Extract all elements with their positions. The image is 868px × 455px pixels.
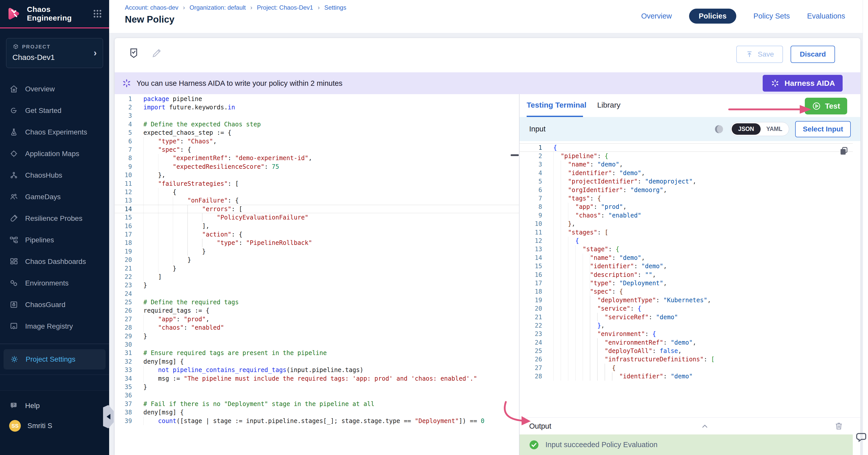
code-line-3[interactable]: 3 (115, 112, 519, 120)
code-line-7[interactable]: 7"spec": { (115, 145, 519, 154)
policy-code-editor[interactable]: 1package pipeline2import future.keywords… (115, 94, 519, 455)
code-line-5[interactable]: 5"projectIdentifier": "demoproject", (520, 177, 853, 186)
breadcrumb-link[interactable]: Account: chaos-dev (125, 4, 179, 11)
sidebar-item-pipelines[interactable]: Pipelines (0, 229, 109, 251)
code-line-2[interactable]: 2import future.keywords.in (115, 103, 519, 111)
code-line-11[interactable]: 11"failureStrategies": [ (115, 180, 519, 188)
code-line-20[interactable]: 20} (115, 256, 519, 264)
feedback-chat-icon[interactable] (854, 431, 867, 444)
test-button[interactable]: Test (805, 98, 847, 115)
format-option-yaml[interactable]: YAML (761, 123, 788, 135)
code-line-38[interactable]: 38deny[msg] { (115, 408, 519, 416)
project-selector[interactable]: PROJECT Chaos-Dev1 › (6, 38, 103, 68)
select-input-button[interactable]: Select Input (795, 121, 851, 137)
save-button[interactable]: Save (736, 46, 783, 63)
trash-icon[interactable] (834, 421, 844, 431)
code-line-24[interactable]: 24"environmentRef": "demo", (520, 338, 853, 347)
code-line-1[interactable]: 1package pipeline (115, 95, 519, 103)
user-menu[interactable]: SS Smriti S (0, 415, 109, 437)
code-line-25[interactable]: 25# Define the required tags (115, 298, 519, 306)
input-json-editor[interactable]: 1{2"pipeline": {3"name": "demo",4"identi… (520, 141, 853, 420)
code-line-17[interactable]: 17"type": "Deployment", (520, 279, 853, 287)
breadcrumb-link[interactable]: Project: Chaos-Dev1 (257, 4, 313, 11)
code-line-14[interactable]: 14"errors": [ (115, 205, 519, 213)
code-line-30[interactable]: 30 (115, 340, 519, 349)
code-line-39[interactable]: 39count([stage | stage := input.pipeline… (115, 417, 519, 425)
code-line-9[interactable]: 9"expectedResilienceScore": 75 (115, 162, 519, 171)
code-line-4[interactable]: 4"identifier": "demo", (520, 169, 853, 177)
chevron-up-icon[interactable] (700, 422, 709, 431)
code-line-16[interactable]: 16"description": "", (520, 270, 853, 279)
code-line-1[interactable]: 1{ (520, 143, 853, 152)
code-line-37[interactable]: 37# Fail if there is no "Deployment" sta… (115, 400, 519, 408)
code-line-22[interactable]: 22] (115, 272, 519, 281)
breadcrumb-link[interactable]: Organization: default (190, 4, 246, 11)
code-line-4[interactable]: 4# Define the expected Chaos step (115, 120, 519, 128)
discard-button[interactable]: Discard (790, 46, 835, 63)
apps-grid-icon[interactable] (92, 9, 102, 19)
top-nav-policies[interactable]: Policies (689, 9, 736, 24)
code-line-25[interactable]: 25"deployToAll": false, (520, 347, 853, 355)
help-button[interactable]: ? Help (0, 397, 109, 415)
code-line-26[interactable]: 26"infrastructureDefinitions": [ (520, 355, 853, 364)
code-line-26[interactable]: 26required_tags := { (115, 306, 519, 315)
code-line-7[interactable]: 7"tags": { (520, 194, 853, 202)
sidebar-item-resilience-probes[interactable]: Resilience Probes (0, 207, 109, 229)
code-line-33[interactable]: 33not pipeline_contains_required_tags(in… (115, 366, 519, 374)
edit-pencil-icon[interactable] (151, 47, 162, 59)
code-line-6[interactable]: 6"type": "Chaos", (115, 137, 519, 145)
code-line-28[interactable]: 28"identifier": "demo" (520, 372, 853, 381)
code-line-11[interactable]: 11"stages": [ (520, 228, 853, 236)
sidebar-item-chaoshubs[interactable]: ChaosHubs (0, 164, 109, 186)
code-line-32[interactable]: 32deny[msg] { (115, 357, 519, 366)
code-line-19[interactable]: 19} (115, 247, 519, 256)
code-line-15[interactable]: 15"PolicyEvaluationFailure" (115, 213, 519, 222)
policy-check-icon[interactable] (128, 47, 140, 59)
sidebar-item-get-started[interactable]: Get Started (0, 100, 109, 121)
code-line-23[interactable]: 23"environment": { (520, 330, 853, 338)
code-line-24[interactable]: 24 (115, 290, 519, 298)
code-line-29[interactable]: 29} (115, 332, 519, 340)
code-line-22[interactable]: 22}, (520, 321, 853, 330)
code-line-27[interactable]: 27"app": "prod", (115, 315, 519, 323)
code-line-14[interactable]: 14"name": "demo", (520, 254, 853, 262)
breadcrumb-link[interactable]: Settings (324, 4, 346, 11)
harness-chaos-logo-icon[interactable] (7, 6, 22, 21)
code-line-10[interactable]: 10}, (115, 171, 519, 180)
code-line-21[interactable]: 21"serviceRef": "demo" (520, 313, 853, 321)
code-line-2[interactable]: 2"pipeline": { (520, 152, 853, 160)
code-line-8[interactable]: 8"experimentRef": "demo-experiment-id", (115, 154, 519, 162)
splitter-drag-handle[interactable] (510, 154, 519, 156)
code-line-35[interactable]: 35} (115, 383, 519, 391)
code-line-13[interactable]: 13"onFailure": { (115, 196, 519, 205)
harness-aida-button[interactable]: Harness AIDA (763, 75, 843, 92)
sidebar-item-gamedays[interactable]: GameDays (0, 186, 109, 207)
code-line-6[interactable]: 6"orgIdentifier": "demoorg", (520, 186, 853, 194)
top-nav-policy-sets[interactable]: Policy Sets (753, 12, 790, 20)
code-line-36[interactable]: 36 (115, 391, 519, 400)
sidebar-item-chaosguard[interactable]: ChaosGuard (0, 294, 109, 316)
code-line-23[interactable]: 23} (115, 281, 519, 290)
code-line-21[interactable]: 21} (115, 264, 519, 272)
code-line-5[interactable]: 5expected_chaos_step := { (115, 129, 519, 137)
format-option-json[interactable]: JSON (732, 123, 761, 135)
code-line-13[interactable]: 13"stage": { (520, 245, 853, 254)
tab-testing-terminal[interactable]: Testing Terminal (527, 101, 587, 109)
sidebar-item-environments[interactable]: Environments (0, 272, 109, 294)
code-line-9[interactable]: 9"chaos": "enabled" (520, 211, 853, 220)
top-nav-evaluations[interactable]: Evaluations (807, 12, 845, 20)
tab-library[interactable]: Library (597, 101, 621, 109)
code-line-10[interactable]: 10}, (520, 220, 853, 228)
code-line-8[interactable]: 8"app": "prod", (520, 203, 853, 211)
code-line-17[interactable]: 17"action": { (115, 230, 519, 238)
code-line-3[interactable]: 3"name": "demo", (520, 160, 853, 169)
code-line-28[interactable]: 28"chaos": "enabled" (115, 324, 519, 332)
copy-icon[interactable] (839, 146, 849, 157)
code-line-18[interactable]: 18"spec": { (520, 288, 853, 296)
code-line-12[interactable]: 12{ (115, 188, 519, 196)
code-line-12[interactable]: 12{ (520, 236, 853, 245)
top-nav-overview[interactable]: Overview (641, 12, 672, 20)
code-line-20[interactable]: 20"service": { (520, 304, 853, 313)
code-line-15[interactable]: 15"identifier": "demo", (520, 262, 853, 270)
sidebar-item-chaos-dashboards[interactable]: Chaos Dashboards (0, 251, 109, 272)
